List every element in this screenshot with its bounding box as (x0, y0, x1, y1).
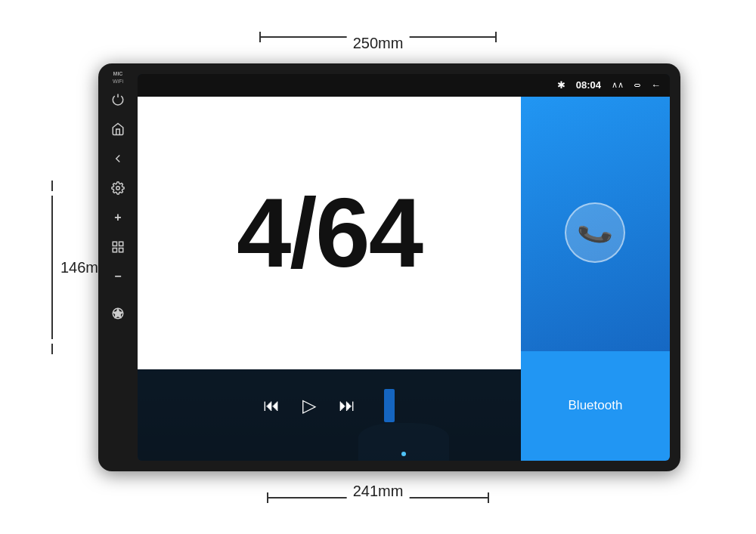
svg-rect-4 (119, 248, 123, 252)
svg-point-0 (116, 186, 120, 190)
nav-item-mic: MIC (113, 71, 123, 76)
nav-item-back[interactable] (103, 145, 133, 172)
back-nav-icon: ← (651, 79, 661, 91)
nav-item-wifi: WiFi (113, 79, 123, 84)
diagram-container: 250mm 241mm 146mm MIC WiFi (38, 18, 718, 517)
next-button[interactable]: ⏭ (339, 396, 355, 415)
nav-item-settings[interactable] (103, 174, 133, 202)
time-display: 08:04 (576, 79, 601, 91)
chevron-up-icon: ∧∧ (612, 80, 624, 90)
spec-text: 4/64 (237, 184, 422, 282)
window-icon (634, 84, 640, 87)
svg-rect-1 (113, 242, 116, 245)
top-dimension-label: 250mm (347, 35, 410, 52)
status-bar: ✱ 08:04 ∧∧ ← (138, 74, 670, 97)
nav-item-home[interactable] (103, 116, 133, 143)
device: MIC WiFi (98, 63, 680, 471)
nav-item-navigation[interactable] (103, 300, 133, 327)
top-dimension: 250mm (259, 32, 497, 42)
progress-bar-indicator (384, 389, 395, 422)
bluetooth-status-icon: ✱ (557, 79, 565, 91)
bluetooth-label: Bluetooth (569, 398, 623, 413)
phone-icon: 📞 (575, 213, 616, 253)
phone-panel[interactable]: 📞 (521, 97, 670, 370)
phone-button[interactable]: 📞 (565, 202, 625, 263)
page-indicator-dot (401, 452, 406, 456)
main-content-area: 4/64 📞 ⏮ ▷ ⏭ Blueto (138, 97, 670, 461)
nav-item-vol-up[interactable]: + (103, 204, 133, 231)
nav-item-power[interactable] (103, 86, 133, 113)
prev-button[interactable]: ⏮ (263, 396, 280, 415)
bluetooth-panel[interactable]: Bluetooth (521, 351, 670, 461)
svg-rect-3 (113, 248, 116, 252)
spec-overlay: 4/64 (138, 97, 521, 370)
screen: ✱ 08:04 ∧∧ ← 4/64 (138, 74, 670, 461)
bottom-dimension: 241mm (267, 492, 489, 503)
left-dimension: 146mm (51, 181, 53, 354)
nav-item-apps[interactable] (103, 233, 133, 261)
bottom-dimension-label: 241mm (347, 483, 410, 500)
play-button[interactable]: ▷ (302, 395, 316, 416)
svg-rect-2 (119, 242, 123, 245)
nav-item-vol-down[interactable]: − (103, 263, 133, 290)
